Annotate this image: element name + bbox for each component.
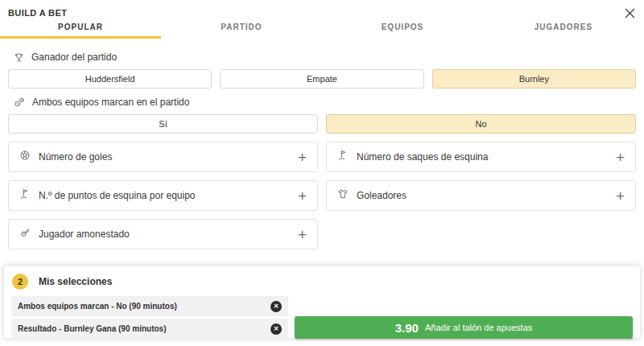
whistle-icon xyxy=(19,227,31,241)
accordion-label: Número de goles xyxy=(39,151,290,163)
both-teams-score-section-label: Ambos equipos marcan en el partido xyxy=(14,97,636,108)
plus-icon: + xyxy=(298,150,307,165)
accordion-numero-de-goles[interactable]: Número de goles + xyxy=(8,142,318,172)
trophy-icon xyxy=(14,52,24,63)
selection-label: Resultado - Burnley Gana (90 minutos) xyxy=(18,324,166,333)
accordion-markets: Número de goles + Número de saques de es… xyxy=(8,142,636,249)
odds-value: 3.90 xyxy=(395,321,419,335)
accordion-numero-saques-esquina[interactable]: Número de saques de esquina + xyxy=(326,142,636,172)
selection-label: Ambos equipos marcan - No (90 minutos) xyxy=(18,302,177,311)
markets-content: Ganador del partido Huddersfield Empate … xyxy=(0,39,644,249)
add-to-betslip-button[interactable]: 3.90 Añadir al talón de apuestas xyxy=(295,316,633,339)
option-huddersfield[interactable]: Huddersfield xyxy=(8,69,212,89)
betslip-title: Mis selecciones xyxy=(39,276,112,287)
add-to-betslip-label: Añadir al talón de apuestas xyxy=(425,323,532,332)
accordion-label: N.º de puntos de esquina por equipo xyxy=(39,190,290,201)
both-teams-score-options: Sí No xyxy=(8,114,636,134)
tab-equipos[interactable]: EQUIPOS xyxy=(322,23,483,39)
remove-selection-icon[interactable]: ✕ xyxy=(270,323,282,335)
selection-row: Resultado - Burnley Gana (90 minutos) ✕ xyxy=(11,319,288,339)
accordion-puntos-esquina-equipo[interactable]: N.º de puntos de esquina por equipo + xyxy=(8,180,318,211)
tab-partido[interactable]: PARTIDO xyxy=(161,23,322,39)
section-title: Ambos equipos marcan en el partido xyxy=(32,97,189,108)
selection-list: Ambos equipos marcan - No (90 minutos) ✕… xyxy=(11,296,288,339)
betslip-body: Ambos equipos marcan - No (90 minutos) ✕… xyxy=(11,296,633,339)
tab-bar: POPULAR PARTIDO EQUIPOS JUGADORES xyxy=(0,23,644,39)
option-si[interactable]: Sí xyxy=(8,114,318,134)
match-winner-options: Huddersfield Empate Burnley xyxy=(8,69,636,89)
plus-icon: + xyxy=(298,227,307,242)
betslip-card: 2 Mis selecciones Ambos equipos marcan -… xyxy=(3,266,641,339)
option-burnley[interactable]: Burnley xyxy=(432,69,636,89)
close-icon[interactable] xyxy=(623,6,636,19)
accordion-label: Número de saques de esquina xyxy=(357,151,608,163)
shirt-icon xyxy=(337,188,349,203)
option-no[interactable]: No xyxy=(326,114,636,134)
corner-flag-icon xyxy=(19,188,31,203)
soccer-ball-icon xyxy=(19,150,31,164)
page-title: BUILD A BET xyxy=(8,6,67,18)
section-title: Ganador del partido xyxy=(31,51,117,63)
remove-selection-icon[interactable]: ✕ xyxy=(270,301,282,312)
selection-row: Ambos equipos marcan - No (90 minutos) ✕ xyxy=(11,296,288,316)
accordion-label: Goleadores xyxy=(357,190,608,201)
match-winner-section-label: Ganador del partido xyxy=(14,51,636,63)
accordion-goleadores[interactable]: Goleadores + xyxy=(326,180,636,211)
header: BUILD A BET xyxy=(0,0,644,23)
plus-icon: + xyxy=(616,150,625,165)
two-balls-icon xyxy=(14,97,25,108)
tab-jugadores[interactable]: JUGADORES xyxy=(483,23,644,39)
accordion-jugador-amonestado[interactable]: Jugador amonestado + xyxy=(8,219,318,249)
accordion-label: Jugador amonestado xyxy=(39,229,290,240)
option-empate[interactable]: Empate xyxy=(220,69,423,89)
build-a-bet-panel: BUILD A BET POPULAR PARTIDO EQUIPOS JUGA… xyxy=(0,0,644,346)
tab-popular[interactable]: POPULAR xyxy=(0,23,161,39)
betslip-header: 2 Mis selecciones xyxy=(12,274,633,290)
plus-icon: + xyxy=(616,188,625,204)
selection-count-badge: 2 xyxy=(12,274,28,290)
corner-flag-icon xyxy=(337,150,349,164)
plus-icon: + xyxy=(298,188,307,204)
